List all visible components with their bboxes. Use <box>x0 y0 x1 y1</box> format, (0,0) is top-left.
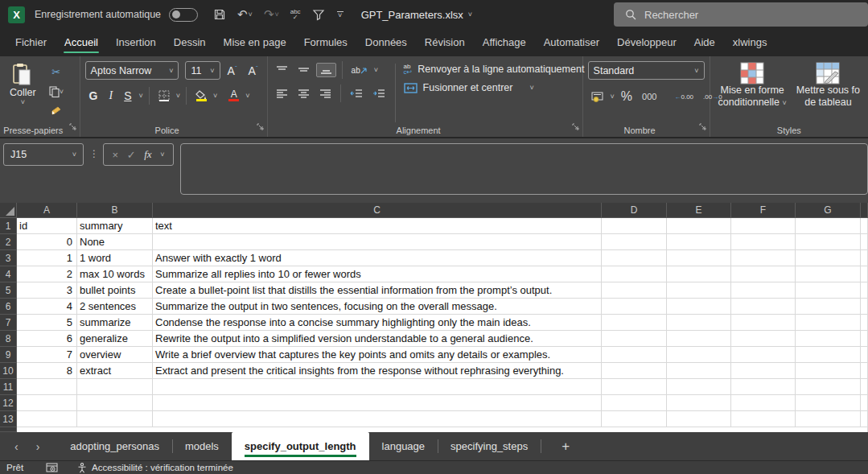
font-size-combo[interactable]: 11 ˅ <box>185 61 220 80</box>
cell-partial[interactable] <box>861 411 868 427</box>
row-header-11[interactable]: 11 <box>0 379 17 395</box>
cell-A7[interactable]: 5 <box>17 315 77 331</box>
cell-partial[interactable] <box>861 347 868 363</box>
ribbon-tab-mise-en-page[interactable]: Mise en page <box>215 30 295 56</box>
ribbon-tab-affichage[interactable]: Affichage <box>474 30 535 56</box>
increase-decimal-icon[interactable]: ←0.00 <box>671 93 697 101</box>
cell-D7[interactable] <box>602 315 667 331</box>
cell-G7[interactable] <box>796 315 861 331</box>
cell-F8[interactable] <box>731 331 796 347</box>
percent-icon[interactable]: % <box>618 88 636 105</box>
orientation-chevron-icon[interactable]: ˅ <box>374 66 378 74</box>
formula-input[interactable] <box>180 143 868 195</box>
align-center-icon[interactable] <box>294 87 313 100</box>
column-header-E[interactable]: E <box>667 203 731 218</box>
fill-color-chevron-icon[interactable]: ˅ <box>213 92 217 100</box>
cell-B2[interactable]: None <box>77 234 153 250</box>
cell-G2[interactable] <box>796 234 861 250</box>
column-header-D[interactable]: D <box>602 203 667 218</box>
cell-B7[interactable]: summarize <box>77 315 153 331</box>
row-header-4[interactable]: 4 <box>0 266 17 282</box>
cell-B13[interactable] <box>77 411 153 427</box>
ribbon-tab-formules[interactable]: Formules <box>295 30 356 56</box>
row-header-6[interactable]: 6 <box>0 299 17 315</box>
macro-record-icon[interactable] <box>46 463 58 472</box>
cell-C10[interactable]: Extract and present the critical insight… <box>153 363 602 379</box>
cell-A3[interactable]: 1 <box>17 250 77 266</box>
copy-icon[interactable]: ˅ <box>46 84 67 99</box>
cell-F12[interactable] <box>731 395 796 411</box>
font-color-icon[interactable]: A <box>225 89 242 104</box>
column-header-G[interactable]: G <box>796 203 861 218</box>
cell-E11[interactable] <box>667 379 731 395</box>
ribbon-tab-développeur[interactable]: Développeur <box>608 30 685 56</box>
cell-partial[interactable] <box>861 379 868 395</box>
column-header-B[interactable]: B <box>77 203 153 218</box>
cell-D5[interactable] <box>602 282 667 299</box>
cell-E2[interactable] <box>667 234 731 250</box>
cell-E4[interactable] <box>667 266 731 282</box>
cell-E9[interactable] <box>667 347 731 363</box>
column-header-F[interactable]: F <box>731 203 796 218</box>
cell-A1[interactable]: id <box>17 218 77 234</box>
cell-F1[interactable] <box>731 218 796 234</box>
grow-font-button[interactable]: Aˆ <box>224 63 241 79</box>
column-header-partial[interactable] <box>861 203 868 218</box>
cell-D8[interactable] <box>602 331 667 347</box>
borders-icon[interactable] <box>155 89 173 103</box>
cell-E12[interactable] <box>667 395 731 411</box>
cell-F11[interactable] <box>731 379 796 395</box>
cell-F3[interactable] <box>731 250 796 266</box>
align-right-icon[interactable] <box>316 87 335 100</box>
accounting-chevron-icon[interactable]: ˅ <box>611 93 615 101</box>
excel-app-icon[interactable]: X <box>8 6 25 23</box>
cell-B10[interactable]: extract <box>77 363 153 379</box>
cell-D12[interactable] <box>602 395 667 411</box>
cell-partial[interactable] <box>861 315 868 331</box>
cell-A4[interactable]: 2 <box>17 266 77 282</box>
ribbon-tab-insertion[interactable]: Insertion <box>107 30 165 56</box>
sheet-nav-left-icon[interactable]: ‹ <box>14 440 19 453</box>
cell-B12[interactable] <box>77 395 153 411</box>
cell-C8[interactable]: Rewrite the output into a simplified ver… <box>153 331 602 347</box>
cut-icon[interactable]: ✂ <box>46 64 67 80</box>
cell-F4[interactable] <box>731 266 796 282</box>
undo-icon[interactable]: ↶˅ <box>233 6 257 23</box>
cell-C11[interactable] <box>153 379 602 395</box>
cell-B6[interactable]: 2 sentences <box>77 299 153 315</box>
row-header-12[interactable]: 12 <box>0 395 17 411</box>
cell-B1[interactable]: summary <box>77 218 153 234</box>
cell-E5[interactable] <box>667 282 731 299</box>
cell-E13[interactable] <box>667 411 731 427</box>
conditional-formatting-button[interactable]: Mise en forme conditionnelle ˅ <box>715 61 790 122</box>
align-top-icon[interactable] <box>273 64 291 76</box>
ribbon-tab-fichier[interactable]: Fichier <box>6 30 56 56</box>
cell-F5[interactable] <box>731 282 796 299</box>
font-color-chevron-icon[interactable]: ˅ <box>245 92 249 100</box>
merge-center-button[interactable]: Fusionner et centrer ˅ <box>404 82 585 93</box>
cell-G10[interactable] <box>796 363 861 379</box>
cell-D13[interactable] <box>602 411 667 427</box>
decrease-indent-icon[interactable] <box>347 87 366 100</box>
cell-G6[interactable] <box>796 299 861 315</box>
cell-E3[interactable] <box>667 250 731 266</box>
cell-D6[interactable] <box>602 299 667 315</box>
row-header-5[interactable]: 5 <box>0 282 17 299</box>
cell-D10[interactable] <box>602 363 667 379</box>
cell-partial[interactable] <box>861 218 868 234</box>
cell-G13[interactable] <box>796 411 861 427</box>
cell-G12[interactable] <box>796 395 861 411</box>
cell-B3[interactable]: 1 word <box>77 250 153 266</box>
cell-G1[interactable] <box>796 218 861 234</box>
filter-icon[interactable] <box>308 7 329 23</box>
format-as-table-button[interactable]: Mettre sous fo de tableau <box>793 61 863 122</box>
document-title[interactable]: GPT_Parameters.xlsx ˅ <box>361 9 472 21</box>
cell-partial[interactable] <box>861 234 868 250</box>
name-box[interactable]: J15 ˅ <box>3 143 84 166</box>
cell-C2[interactable] <box>153 234 602 250</box>
cell-F6[interactable] <box>731 299 796 315</box>
sheet-nav-right-icon[interactable]: › <box>36 440 40 453</box>
row-header-13[interactable]: 13 <box>0 411 17 427</box>
row-header-7[interactable]: 7 <box>0 315 17 331</box>
row-header-3[interactable]: 3 <box>0 250 17 266</box>
